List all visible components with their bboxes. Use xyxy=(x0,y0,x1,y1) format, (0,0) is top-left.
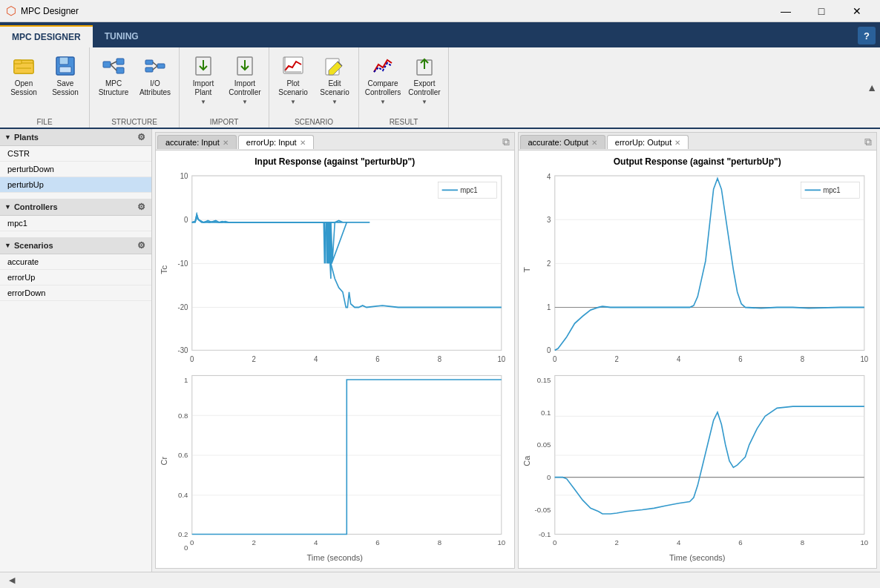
sidebar-item-mpc1[interactable]: mpc1 xyxy=(0,216,151,231)
output-t-svg: 4 3 2 1 0 T 0 2 4 6 8 10 xyxy=(523,171,873,369)
svg-rect-54 xyxy=(554,176,864,350)
input-tab-errorup-close[interactable]: ✕ xyxy=(300,139,306,147)
input-chart-content: Input Response (against "perturbUp") 10 … xyxy=(156,151,514,568)
io-attributes-icon xyxy=(143,54,167,78)
svg-text:6: 6 xyxy=(738,355,743,364)
scenarios-gear-icon[interactable]: ⚙ xyxy=(135,240,147,251)
svg-text:0: 0 xyxy=(547,346,551,355)
scenarios-section-header[interactable]: ▼ Scenarios ⚙ xyxy=(0,237,151,254)
input-chart-tabs: accurate: Input ✕ errorUp: Input ✕ ⧉ xyxy=(156,133,514,151)
scroll-left-icon[interactable]: ◀ xyxy=(6,575,18,587)
output-tab-accurate-label: accurate: Output xyxy=(528,138,588,147)
svg-text:-30: -30 xyxy=(178,346,188,355)
svg-text:0: 0 xyxy=(553,538,557,546)
svg-rect-10 xyxy=(145,67,153,72)
plants-arrow-icon: ▼ xyxy=(4,133,11,141)
minimize-button[interactable]: — xyxy=(769,0,803,22)
svg-text:4: 4 xyxy=(676,538,680,546)
mpc-structure-icon xyxy=(102,54,125,78)
svg-rect-8 xyxy=(116,67,124,73)
ribbon-file-items: OpenSession SaveSession xyxy=(4,50,85,116)
input-tab-accurate-label: accurate: Input xyxy=(165,138,220,147)
output-chart-content: Output Response (against "perturbUp") 4 … xyxy=(519,151,877,568)
input-chart-maximize-icon[interactable]: ⧉ xyxy=(499,134,513,150)
svg-text:6: 6 xyxy=(375,355,380,364)
svg-rect-7 xyxy=(116,59,124,65)
open-session-label: OpenSession xyxy=(10,79,37,97)
svg-text:Tc: Tc xyxy=(160,265,168,274)
plants-gear-icon[interactable]: ⚙ xyxy=(135,131,147,143)
mpc-structure-label: MPCStructure xyxy=(99,79,129,97)
io-attributes-button[interactable]: I/OAttributes xyxy=(136,50,174,104)
controllers-section-header[interactable]: ▼ Controllers ⚙ xyxy=(0,199,151,216)
ribbon-group-file: OpenSession SaveSession FILE xyxy=(0,47,90,128)
output-chart-title: Output Response (against "perturbUp") xyxy=(523,155,873,168)
title-bar: ⬡ MPC Designer — □ ✕ xyxy=(0,0,880,22)
input-chart-panel: accurate: Input ✕ errorUp: Input ✕ ⧉ Inp… xyxy=(155,132,515,569)
scenarios-label: Scenarios xyxy=(14,241,53,250)
input-tab-errorup[interactable]: errorUp: Input ✕ xyxy=(238,135,314,149)
compare-controllers-button[interactable]: CompareControllers ▼ xyxy=(364,50,402,108)
svg-rect-2 xyxy=(14,60,22,64)
svg-text:10: 10 xyxy=(497,538,505,546)
svg-text:0: 0 xyxy=(190,538,194,546)
io-attributes-label: I/OAttributes xyxy=(139,79,171,97)
ribbon-result-items: CompareControllers ▼ ExportController ▼ xyxy=(364,50,444,116)
ribbon-collapse-icon[interactable]: ▲ xyxy=(867,82,877,93)
close-button[interactable]: ✕ xyxy=(840,0,874,22)
import-plant-button[interactable]: ImportPlant ▼ xyxy=(184,50,223,108)
svg-text:8: 8 xyxy=(800,355,804,364)
svg-text:0.1: 0.1 xyxy=(541,409,551,417)
output-x-label: Time (seconds) xyxy=(523,553,873,564)
plot-scenario-icon xyxy=(281,54,305,78)
help-button[interactable]: ? xyxy=(858,27,876,44)
app-icon: ⬡ xyxy=(6,4,16,18)
svg-text:10: 10 xyxy=(860,355,868,364)
open-session-button[interactable]: OpenSession xyxy=(4,50,43,104)
export-controller-button[interactable]: ExportController ▼ xyxy=(405,50,444,108)
maximize-button[interactable]: □ xyxy=(804,0,838,22)
mpc-structure-button[interactable]: MPCStructure xyxy=(94,50,133,104)
sidebar: ▼ Plants ⚙ CSTR perturbDown perturbUp ▼ … xyxy=(0,129,152,572)
plants-section-header[interactable]: ▼ Plants ⚙ xyxy=(0,129,151,146)
sidebar-item-perturbup[interactable]: perturbUp xyxy=(0,177,151,193)
import-controller-button[interactable]: ImportController ▼ xyxy=(226,50,264,108)
sidebar-item-accurate[interactable]: accurate xyxy=(0,254,151,270)
output-tab-accurate[interactable]: accurate: Output ✕ xyxy=(520,135,605,149)
sidebar-item-errorup[interactable]: errorUp xyxy=(0,270,151,285)
output-tab-errorup-close[interactable]: ✕ xyxy=(674,139,680,147)
output-chart-maximize-icon[interactable]: ⧉ xyxy=(861,134,875,150)
sidebar-item-errordown[interactable]: errorDown xyxy=(0,285,151,301)
app-title: MPC Designer xyxy=(21,6,79,16)
ribbon-scenario-items: PlotScenario ▼ EditScenario ▼ xyxy=(274,50,354,116)
tab-tuning[interactable]: TUNING xyxy=(93,25,151,47)
input-tab-errorup-label: errorUp: Input xyxy=(246,138,297,147)
output-tab-accurate-close[interactable]: ✕ xyxy=(591,139,597,147)
controllers-gear-icon[interactable]: ⚙ xyxy=(135,201,147,213)
export-controller-icon xyxy=(413,54,436,78)
sidebar-item-cstr[interactable]: CSTR xyxy=(0,146,151,162)
plot-scenario-dropdown: ▼ xyxy=(290,99,296,105)
ribbon-group-import: ImportPlant ▼ ImportController ▼ IMPORT xyxy=(180,47,269,128)
svg-text:8: 8 xyxy=(438,538,441,546)
output-top-plot: 4 3 2 1 0 T 0 2 4 6 8 10 xyxy=(523,171,873,369)
output-tab-errorup[interactable]: errorUp: Output ✕ xyxy=(607,135,689,149)
input-tab-accurate[interactable]: accurate: Input ✕ xyxy=(157,135,237,149)
result-group-label: RESULT xyxy=(390,116,418,126)
svg-text:2: 2 xyxy=(614,538,618,546)
save-session-button[interactable]: SaveSession xyxy=(46,50,85,104)
svg-text:mpc1: mpc1 xyxy=(460,185,478,194)
svg-text:1: 1 xyxy=(184,376,188,384)
save-icon xyxy=(53,54,77,78)
svg-text:0.05: 0.05 xyxy=(536,440,551,449)
svg-text:4: 4 xyxy=(314,355,318,364)
ribbon-structure-items: MPCStructure I/OAttributes xyxy=(94,50,174,116)
sidebar-item-perturbdown[interactable]: perturbDown xyxy=(0,162,151,177)
edit-scenario-button[interactable]: EditScenario ▼ xyxy=(315,50,354,108)
tab-mpc-designer[interactable]: MPC DESIGNER xyxy=(0,25,93,47)
svg-text:Ca: Ca xyxy=(523,455,531,466)
plot-scenario-button[interactable]: PlotScenario ▼ xyxy=(274,50,312,108)
svg-text:-0.05: -0.05 xyxy=(534,505,551,513)
svg-text:2: 2 xyxy=(252,538,255,546)
input-tab-accurate-close[interactable]: ✕ xyxy=(223,139,229,147)
